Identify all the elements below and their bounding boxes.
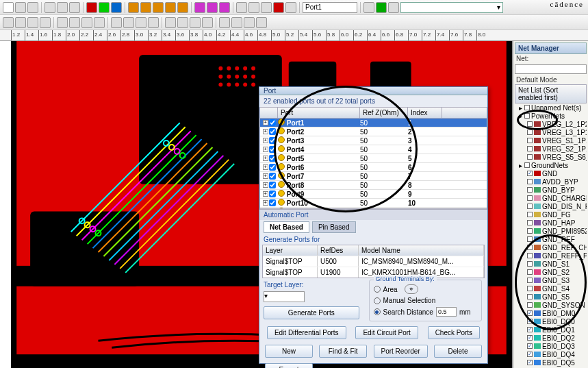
tb-icon[interactable]	[111, 2, 122, 13]
find-fit-button[interactable]: Find & Fit	[319, 345, 367, 358]
port-row[interactable]: + Port8 508	[260, 181, 487, 190]
tb-icon[interactable]	[94, 17, 105, 28]
net-checkbox[interactable]	[527, 220, 533, 225]
expand-icon[interactable]: +	[263, 129, 268, 134]
port-checkbox[interactable]	[269, 119, 276, 126]
net-checkbox[interactable]	[527, 327, 533, 332]
net-item[interactable]: GND_FG	[515, 210, 587, 219]
net-item[interactable]: EBI0_DQ5	[515, 358, 587, 367]
port-name-input[interactable]	[303, 2, 357, 13]
port-row[interactable]: + Port5 505	[260, 154, 487, 163]
port-row[interactable]: + Port6 506	[260, 163, 487, 172]
net-checkbox[interactable]	[527, 352, 533, 357]
tab-pin-based[interactable]: Pin Based	[312, 221, 356, 233]
net-item[interactable]: GND_S2	[515, 268, 587, 276]
tb-icon[interactable]	[27, 17, 38, 28]
net-group[interactable]: ▸Unnamed Net(s)	[515, 103, 587, 112]
tb-icon[interactable]	[15, 2, 26, 13]
expand-icon[interactable]: +	[263, 182, 268, 188]
net-item[interactable]: GND_PMI8952_DIS_...	[515, 227, 587, 235]
expand-icon[interactable]: +	[263, 147, 268, 152]
net-item[interactable]: GND	[515, 169, 587, 177]
tb-icon[interactable]	[69, 17, 80, 28]
layer-grid[interactable]: Layer RefDes Model Name Signal$TOPU500IC…	[262, 245, 485, 278]
port-row[interactable]: + Port3 503	[260, 136, 487, 145]
tb-icon[interactable]	[3, 2, 14, 13]
net-checkbox[interactable]	[527, 154, 533, 160]
net-item[interactable]: EBI0_DQ2	[515, 334, 587, 342]
net-checkbox[interactable]	[527, 278, 533, 283]
expand-icon[interactable]: +	[263, 200, 268, 206]
net-item[interactable]: GND_SYSON	[515, 301, 587, 309]
net-checkbox[interactable]	[527, 236, 533, 242]
layer-row[interactable]: Signal$TOPU500IC_MSM8940_MSM8940_M...	[263, 256, 484, 267]
net-checkbox[interactable]	[527, 310, 533, 316]
net-checkbox[interactable]	[527, 228, 533, 234]
net-checkbox[interactable]	[527, 294, 533, 299]
tb-icon[interactable]	[388, 2, 399, 13]
tb-icon[interactable]	[136, 17, 146, 28]
tb-icon[interactable]	[285, 2, 296, 13]
net-checkbox[interactable]	[527, 245, 533, 250]
radio-area[interactable]	[374, 286, 381, 293]
net-checkbox[interactable]	[527, 187, 533, 193]
net-filter-input[interactable]	[515, 64, 587, 74]
generate-ports-button[interactable]: Generate Ports	[264, 306, 359, 319]
net-item[interactable]: GND_DIS_N_REF	[515, 202, 587, 210]
port-row[interactable]: + Port4 504	[260, 145, 487, 154]
net-item[interactable]: AVDD_BYP	[515, 177, 587, 186]
expand-icon[interactable]: ▸	[517, 112, 523, 120]
port-checkbox[interactable]	[269, 128, 276, 135]
tb-icon[interactable]	[57, 2, 68, 13]
expand-icon[interactable]: ▸	[517, 162, 523, 169]
tb-icon[interactable]	[123, 17, 134, 28]
tb-icon[interactable]	[44, 2, 55, 13]
port-row[interactable]: + Port9 509	[260, 190, 487, 199]
tb-icon[interactable]	[363, 2, 374, 13]
tb-icon[interactable]	[3, 17, 14, 28]
tb-icon[interactable]	[248, 2, 259, 13]
export-button[interactable]: Export	[265, 363, 313, 368]
net-select[interactable]: ▾	[400, 2, 503, 13]
tb-icon[interactable]	[231, 17, 242, 28]
net-item[interactable]: GND_REFP_PMI	[515, 252, 587, 260]
new-button[interactable]: New	[265, 345, 313, 358]
net-checkbox[interactable]	[527, 302, 533, 308]
net-checkbox[interactable]	[527, 204, 533, 209]
tb-icon[interactable]	[69, 2, 80, 13]
tb-icon[interactable]	[111, 17, 122, 28]
tb-icon[interactable]	[99, 2, 110, 13]
net-group[interactable]: ▸PowerNets	[515, 112, 587, 120]
net-checkbox[interactable]	[527, 130, 533, 135]
tb-icon[interactable]	[261, 2, 272, 13]
net-item[interactable]: GND_REF_CHG	[515, 243, 587, 252]
edit-circuit-port-button[interactable]: Edit Circuit Port	[355, 326, 418, 339]
tb-icon[interactable]	[273, 2, 284, 13]
tb-icon[interactable]	[219, 17, 230, 28]
net-checkbox[interactable]	[524, 105, 530, 110]
net-checkbox[interactable]	[527, 343, 533, 349]
net-item[interactable]: EBI0_DQ0	[515, 317, 587, 326]
tb-icon[interactable]	[219, 2, 230, 13]
net-checkbox[interactable]	[527, 335, 533, 341]
tb-icon[interactable]	[236, 2, 247, 13]
net-checkbox[interactable]	[527, 360, 533, 365]
tb-icon[interactable]	[190, 17, 201, 28]
net-tree[interactable]: ▸Unnamed Net(s)▸PowerNetsVREG_L2_1P2VREG…	[515, 103, 587, 368]
net-checkbox[interactable]	[527, 286, 533, 291]
tb-icon[interactable]	[140, 2, 151, 13]
net-item[interactable]: GND_S5	[515, 293, 587, 301]
net-checkbox[interactable]	[524, 113, 530, 119]
tb-icon[interactable]	[207, 2, 218, 13]
net-item[interactable]: GND_BYP	[515, 186, 587, 194]
delete-button[interactable]: Delete	[434, 345, 482, 358]
radio-search[interactable]	[374, 308, 381, 315]
net-item[interactable]: EBI0_DM0	[515, 309, 587, 317]
expand-icon[interactable]: +	[263, 173, 268, 179]
tb-icon[interactable]	[376, 2, 387, 13]
port-checkbox[interactable]	[269, 137, 276, 144]
port-grid[interactable]: + Port1 501+ Port2 502+ Port3 503+ Port4…	[259, 119, 487, 209]
net-checkbox[interactable]	[527, 212, 533, 217]
net-checkbox[interactable]	[527, 253, 533, 258]
target-layer-select[interactable]: ▾	[264, 291, 305, 302]
